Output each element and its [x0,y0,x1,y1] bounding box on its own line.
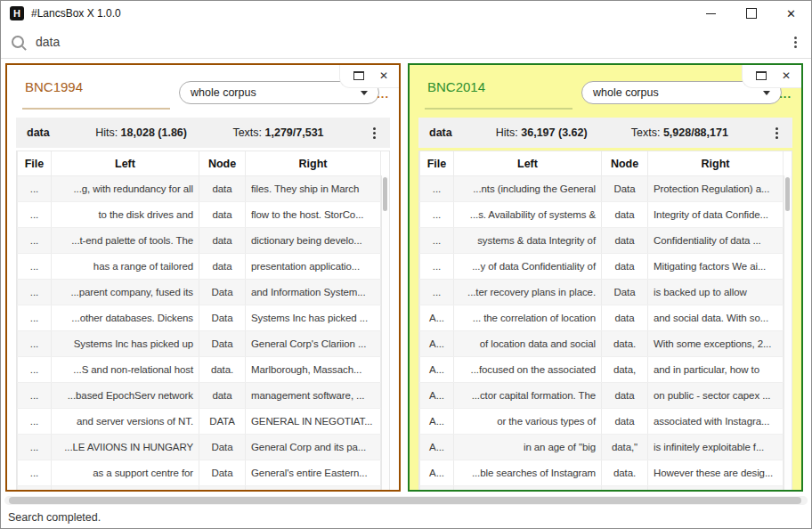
node-cell[interactable]: data [199,176,246,202]
left-context-cell[interactable]: ...y of data Confidentiality of [454,254,602,280]
horizontal-scrollbar[interactable] [4,496,808,505]
file-cell[interactable]: A... [420,357,454,383]
node-cell[interactable]: data [199,383,246,409]
file-cell[interactable]: ... [18,409,52,435]
node-cell[interactable]: data [199,254,246,280]
file-cell[interactable]: A... [420,331,454,357]
left-context-cell[interactable]: and server versions of NT. [52,409,199,435]
right-context-cell[interactable]: Protection Regulation) a... [648,176,784,202]
column-header-right[interactable]: Right [246,151,381,176]
scrollbar-thumb[interactable] [785,177,790,211]
file-cell[interactable]: ... [18,202,52,228]
file-cell[interactable]: ... [18,435,52,460]
file-cell[interactable]: ... [420,176,454,202]
file-cell[interactable]: ... [420,254,454,280]
file-cell[interactable]: ... [18,331,52,357]
maximize-button[interactable] [731,1,771,26]
node-cell[interactable]: Data [602,280,648,305]
concordance-row[interactable]: ... ...y of data Confidentiality of data… [420,254,784,280]
right-context-cell[interactable]: General in... relations... [246,486,381,491]
concordance-row[interactable]: ... ...other databases. Dickens Data Sys… [18,305,381,331]
right-context-cell[interactable]: Systems Inc has picked ... [246,305,381,331]
node-cell[interactable]: Data [199,280,246,305]
left-context-cell[interactable]: has a range of tailored [52,254,199,280]
concordance-row[interactable]: ... ...parent company, fused its Data an… [18,280,381,305]
right-context-cell[interactable]: With some exceptions, 2... [648,331,784,357]
file-cell[interactable]: ... [18,357,52,383]
left-context-cell[interactable]: in an age of "big [454,435,602,460]
file-cell[interactable]: A... [420,435,454,460]
right-context-cell[interactable]: However these are desig... [648,460,784,486]
node-cell[interactable]: Data [199,435,246,460]
right-context-cell[interactable]: and Information System... [246,280,381,305]
node-cell[interactable]: data [602,383,648,409]
concordance-row[interactable]: ... as a support centre for Data General… [18,460,381,486]
concordance-row[interactable]: ... ...s. Availability of systems & data… [420,202,784,228]
concordance-row[interactable]: ... ...S and non-relational host data. M… [18,357,381,383]
concordance-row[interactable]: ... ...nts (including the General Data P… [420,176,784,202]
node-cell[interactable]: data [602,409,648,435]
node-cell[interactable]: data [602,254,648,280]
left-context-cell[interactable]: ...focused on the associated [454,357,602,383]
right-context-cell[interactable]: is backed up to allow [648,280,784,305]
node-cell[interactable]: data, [602,357,648,383]
node-cell[interactable]: data. [602,460,648,486]
right-context-cell[interactable]: associated with photos... [648,486,784,491]
node-cell[interactable]: data [602,305,648,331]
left-context-cell[interactable]: ...t-end palette of tools. The [52,228,199,254]
minimize-button[interactable] [691,1,731,26]
file-cell[interactable]: ... [420,228,454,254]
concordance-row[interactable]: ... ...ter recovery plans in place. Data… [420,280,784,305]
concordance-row[interactable]: A... ...focused on the associated data, … [420,357,784,383]
left-context-cell[interactable]: ...of the location... and social [454,486,602,491]
right-context-cell[interactable]: presentation applicatio... [246,254,381,280]
right-context-cell[interactable]: General Corp's Clariion ... [246,331,381,357]
concordance-row[interactable]: ... ...based EpochServ network data mana… [18,383,381,409]
concordance-row[interactable]: A... of location data and social data. W… [420,331,784,357]
file-cell[interactable]: ... [18,280,52,305]
file-cell[interactable]: ... [18,228,52,254]
left-context-cell[interactable]: as a support centre for [52,460,199,486]
file-cell[interactable]: ... [18,383,52,409]
file-cell[interactable]: ... [18,254,52,280]
table-vertical-scrollbar[interactable] [381,175,389,490]
left-context-cell[interactable]: ...other databases. Dickens [52,305,199,331]
left-context-cell[interactable]: to the disk drives and [52,202,199,228]
right-context-cell[interactable]: and social data. With so... [648,305,784,331]
right-context-cell[interactable]: General's entire Eastern... [246,460,381,486]
file-cell[interactable]: ... [18,305,52,331]
node-cell[interactable]: data [602,202,648,228]
concordance-row[interactable]: ... has a range of tailored data present… [18,254,381,280]
concordance-row[interactable]: A... in an age of "big data," is infinit… [420,435,784,460]
file-cell[interactable]: ... [18,486,52,491]
left-context-cell[interactable]: ...ter recovery plans in place. [454,280,602,305]
left-context-cell[interactable]: ...parent company, fused its [52,280,199,305]
file-cell[interactable]: ... [420,280,454,305]
panel-close-button[interactable]: ✕ [379,70,388,81]
left-context-cell[interactable]: ...g, with redundancy for all [52,176,199,202]
node-cell[interactable]: data. [199,357,246,383]
column-header-file[interactable]: File [420,151,454,176]
stats-menu-button[interactable] [369,124,379,142]
panel-maximize-button[interactable] [353,71,364,80]
concordance-row[interactable]: A... ...ctor capital formation. The data… [420,383,784,409]
panel-more-button[interactable]: ... [779,88,792,100]
concordance-row[interactable]: ... Systems Inc has picked up Data Gener… [18,331,381,357]
left-context-cell[interactable]: ...by the PHARE criteria is [52,486,199,491]
node-cell[interactable]: data [602,228,648,254]
node-cell[interactable]: Data [199,305,246,331]
file-cell[interactable]: ... [18,176,52,202]
right-context-cell[interactable]: Confidentiality of data ... [648,228,784,254]
concordance-row[interactable]: A... ...ble searches of Instagram data. … [420,460,784,486]
left-context-cell[interactable]: systems & data Integrity of [454,228,602,254]
concordance-row[interactable]: ... ...LE AVIIONS IN HUNGARY Data Genera… [18,435,381,460]
close-button[interactable]: ✕ [771,1,811,26]
concordance-row[interactable]: ... ...by the PHARE criteria is Data Gen… [18,486,381,491]
right-context-cell[interactable]: Integrity of data Confide... [648,202,784,228]
search-options-menu-button[interactable] [791,33,800,52]
scrollbar-thumb[interactable] [9,497,801,504]
scrollbar-thumb[interactable] [383,177,387,211]
concordance-row[interactable]: ... ...t-end palette of tools. The data … [18,228,381,254]
node-cell[interactable]: Data [602,176,648,202]
panel-more-button[interactable]: ... [377,88,389,100]
